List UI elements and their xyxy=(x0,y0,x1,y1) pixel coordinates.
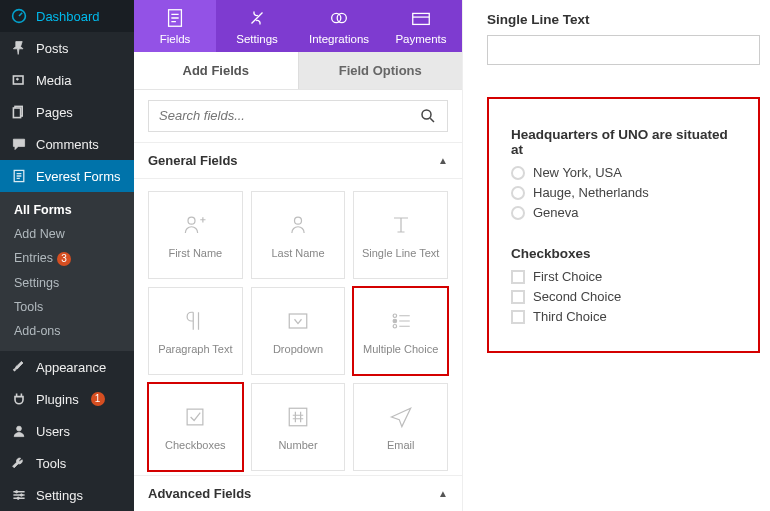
brush-icon xyxy=(10,358,28,376)
preview-checkboxes-field[interactable]: Checkboxes First Choice Second Choice Th… xyxy=(511,246,736,324)
wp-admin-sidebar: Dashboard Posts Media Pages Comments Eve… xyxy=(0,0,134,511)
radio-list-icon xyxy=(387,307,415,335)
svg-rect-18 xyxy=(289,314,307,328)
menu-appearance[interactable]: Appearance xyxy=(0,351,134,383)
svg-point-16 xyxy=(188,217,195,224)
menu-label: Dashboard xyxy=(36,9,100,24)
submenu-all-forms[interactable]: All Forms xyxy=(0,198,134,222)
menu-label: Comments xyxy=(36,137,99,152)
text-input[interactable] xyxy=(487,35,760,65)
field-tabs: Add Fields Field Options xyxy=(134,52,462,90)
preview-single-line-field[interactable]: Single Line Text xyxy=(487,12,760,65)
menu-pages[interactable]: Pages xyxy=(0,96,134,128)
menu-label: Tools xyxy=(36,456,66,471)
svg-rect-22 xyxy=(187,409,203,425)
svg-point-13 xyxy=(337,13,346,22)
tab-field-options[interactable]: Field Options xyxy=(298,52,463,89)
caret-up-icon: ▲ xyxy=(438,155,448,166)
paper-plane-icon xyxy=(387,403,415,431)
field-label: Single Line Text xyxy=(487,12,760,27)
tile-multiple-choice[interactable]: Multiple Choice xyxy=(353,287,448,375)
menu-label: Pages xyxy=(36,105,73,120)
radio-option[interactable]: Hauge, Netherlands xyxy=(511,185,736,200)
tools-icon xyxy=(246,7,268,29)
preview-multiple-choice-field[interactable]: Headquarters of UNO are situated at New … xyxy=(511,127,736,220)
plug-icon xyxy=(10,390,28,408)
menu-label: Media xyxy=(36,73,71,88)
sliders-icon xyxy=(10,486,28,504)
search-icon xyxy=(419,107,437,125)
pages-icon xyxy=(10,103,28,121)
payments-icon xyxy=(410,7,432,29)
toolbar-payments[interactable]: Payments xyxy=(380,0,462,52)
checkbox-icon xyxy=(511,310,525,324)
search-input[interactable] xyxy=(159,108,419,123)
hash-icon xyxy=(284,403,312,431)
tab-add-fields[interactable]: Add Fields xyxy=(134,52,298,89)
submenu-tools[interactable]: Tools xyxy=(0,295,134,319)
tile-paragraph[interactable]: Paragraph Text xyxy=(148,287,243,375)
svg-rect-23 xyxy=(289,408,307,426)
caret-up-icon: ▲ xyxy=(438,488,448,499)
comment-icon xyxy=(10,135,28,153)
field-label: Checkboxes xyxy=(511,246,736,261)
checkbox-option[interactable]: Second Choice xyxy=(511,289,736,304)
checkbox-icon xyxy=(511,270,525,284)
submenu-everest: All Forms Add New Entries3 Settings Tool… xyxy=(0,192,134,351)
tile-dropdown[interactable]: Dropdown xyxy=(251,287,346,375)
tile-checkboxes[interactable]: Checkboxes xyxy=(148,383,243,471)
menu-posts[interactable]: Posts xyxy=(0,32,134,64)
menu-label: Settings xyxy=(36,488,83,503)
form-preview: Single Line Text Headquarters of UNO are… xyxy=(463,0,770,511)
menu-users[interactable]: Users xyxy=(0,415,134,447)
dropdown-icon xyxy=(284,307,312,335)
form-icon xyxy=(10,167,28,185)
menu-label: Posts xyxy=(36,41,69,56)
submenu-add-new[interactable]: Add New xyxy=(0,222,134,246)
radio-icon xyxy=(511,186,525,200)
menu-tools[interactable]: Tools xyxy=(0,447,134,479)
toolbar-integrations[interactable]: Integrations xyxy=(298,0,380,52)
checkbox-option[interactable]: Third Choice xyxy=(511,309,736,324)
paragraph-icon xyxy=(181,307,209,335)
menu-dashboard[interactable]: Dashboard xyxy=(0,0,134,32)
svg-point-17 xyxy=(294,217,301,224)
menu-label: Users xyxy=(36,424,70,439)
radio-option[interactable]: New York, USA xyxy=(511,165,736,180)
tile-first-name[interactable]: First Name xyxy=(148,191,243,279)
user-icon xyxy=(10,422,28,440)
tile-email[interactable]: Email xyxy=(353,383,448,471)
tile-number[interactable]: Number xyxy=(251,383,346,471)
svg-point-8 xyxy=(20,494,22,496)
search-fields[interactable] xyxy=(148,100,448,132)
checkbox-icon xyxy=(181,403,209,431)
menu-comments[interactable]: Comments xyxy=(0,128,134,160)
svg-point-15 xyxy=(422,110,431,119)
checkbox-option[interactable]: First Choice xyxy=(511,269,736,284)
svg-point-7 xyxy=(15,491,17,493)
menu-plugins[interactable]: Plugins 1 xyxy=(0,383,134,415)
person-plus-icon xyxy=(181,211,209,239)
highlight-annotation: Headquarters of UNO are situated at New … xyxy=(487,97,760,353)
svg-point-19 xyxy=(393,314,397,318)
media-icon xyxy=(10,71,28,89)
tile-single-line[interactable]: Single Line Text xyxy=(353,191,448,279)
menu-media[interactable]: Media xyxy=(0,64,134,96)
radio-icon xyxy=(511,206,525,220)
section-general-fields[interactable]: General Fields ▲ xyxy=(134,142,462,179)
submenu-addons[interactable]: Add-ons xyxy=(0,319,134,343)
section-advanced-fields[interactable]: Advanced Fields ▲ xyxy=(134,475,462,511)
submenu-settings[interactable]: Settings xyxy=(0,271,134,295)
svg-point-21 xyxy=(393,325,397,329)
integrations-icon xyxy=(328,7,350,29)
submenu-entries[interactable]: Entries3 xyxy=(0,246,134,271)
builder-toolbar: Fields Settings Integrations Payments xyxy=(134,0,462,52)
tile-last-name[interactable]: Last Name xyxy=(251,191,346,279)
menu-everest-forms[interactable]: Everest Forms xyxy=(0,160,134,192)
field-label: Headquarters of UNO are situated at xyxy=(511,127,736,157)
toolbar-settings[interactable]: Settings xyxy=(216,0,298,52)
radio-option[interactable]: Geneva xyxy=(511,205,736,220)
toolbar-fields[interactable]: Fields xyxy=(134,0,216,52)
menu-label: Appearance xyxy=(36,360,106,375)
menu-settings[interactable]: Settings xyxy=(0,479,134,511)
